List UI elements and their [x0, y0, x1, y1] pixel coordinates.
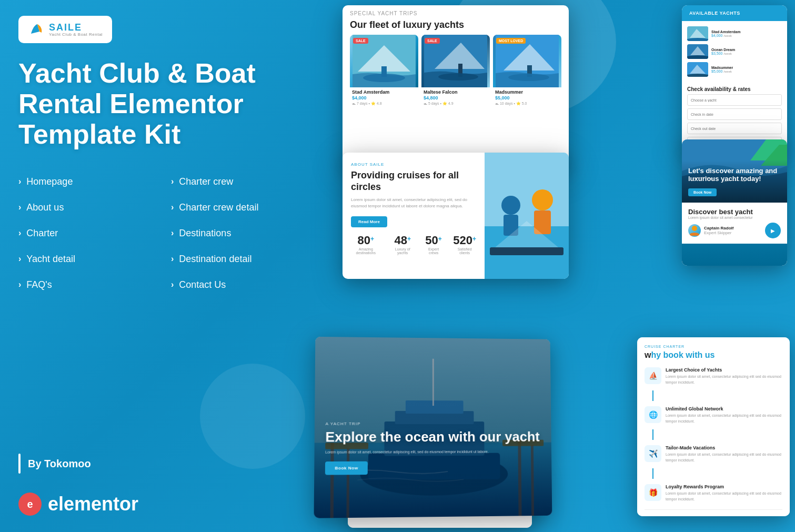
about-label: About Saile	[351, 162, 476, 167]
svg-rect-18	[490, 247, 563, 255]
why-item-1: ⛵ Largest Choice of Yachts Lorem ipsum d…	[645, 367, 782, 385]
fleet-header-label: Special Yacht Trips	[343, 5, 569, 19]
chevron-icon: ›	[171, 228, 174, 238]
elementor-badge: e elementor	[18, 493, 324, 516]
discover-overlay: Let's discover amazing and luxurious yac…	[682, 160, 787, 203]
nav-item-destination-detail[interactable]: › Destination detail	[171, 246, 324, 272]
hero-inner: SAILE Home About Destinations ▾ Yacht ▾ …	[314, 337, 552, 518]
yacht-choice-icon: ⛵	[645, 367, 661, 384]
why-items-list: ⛵ Largest Choice of Yachts Lorem ipsum d…	[645, 367, 782, 502]
yacht-meta-3: 🛥 10 days • ⭐ 5.0	[493, 101, 561, 109]
discover-person: Captain RadolfExpert Skipper ▶	[688, 223, 781, 238]
why-item-3: ✈️ Tailor-Made Vacations Lorem ipsum dol…	[645, 445, 782, 463]
nav-item-charter-crew-detail[interactable]: › Charter crew detail	[171, 195, 324, 220]
logo-box[interactable]: SAILE Yacht Club & Boat Rental	[18, 16, 112, 43]
about-read-more-button[interactable]: Read More	[351, 216, 387, 227]
svg-point-20	[692, 226, 697, 231]
discover-book-button[interactable]: Book Now	[688, 188, 717, 196]
why-item-title-2: Unlimited Global Network	[666, 406, 782, 411]
logo-subtitle: Yacht Club & Boat Rental	[49, 32, 103, 37]
nav-label-destination-detail: Destination detail	[179, 254, 251, 265]
discover-bottom-sub: Lorem ipsum dolor sit amet consectetur	[688, 216, 781, 219]
testimonial-section: Testimonial about Radolf Excepteur sint …	[645, 509, 782, 516]
by-bar-decoration	[18, 454, 21, 474]
yacht-price-2: $4,800	[421, 95, 490, 101]
elementor-text: elementor	[48, 493, 138, 515]
sale-badge-1: SALE	[353, 38, 368, 44]
nav-label-contact-us: Contact Us	[179, 279, 226, 290]
nav-item-destinations[interactable]: › Destinations	[171, 220, 324, 246]
nav-label-homepage: Homepage	[26, 176, 73, 187]
stat-crews: 50+ Expert crews	[425, 234, 442, 255]
discover-bottom-title: Discover best yacht	[688, 208, 781, 216]
chevron-icon: ›	[18, 203, 21, 212]
nav-grid: › Homepage › About us › Charter › Yacht …	[18, 169, 324, 298]
why-item-content-3: Tailor-Made Vacations Lorem ipsum dolor …	[666, 445, 782, 463]
left-panel: SAILE Yacht Club & Boat Rental Yacht Clu…	[18, 16, 324, 516]
yacht-price-1: $4,000	[350, 95, 418, 101]
chevron-icon: ›	[171, 177, 174, 186]
nav-item-yacht-detail[interactable]: › Yacht detail	[18, 246, 171, 272]
avail-input-checkout[interactable]	[687, 123, 782, 134]
person-info: Captain RadolfExpert Skipper	[704, 226, 733, 235]
chevron-icon: ›	[18, 228, 21, 238]
fleet-yachts-row: SALE Stad Amsterdam $4,000 🛥 7 days • ⭐ …	[343, 35, 569, 114]
nav-item-contact-us[interactable]: › Contact Us	[171, 272, 324, 298]
screenshot-fleet: Special Yacht Trips Our fleet of luxury …	[343, 5, 569, 168]
discover-top-image: Let's discover amazing and luxurious yac…	[682, 139, 787, 203]
chevron-icon: ›	[18, 280, 21, 289]
nav-item-faqs[interactable]: › FAQ's	[18, 272, 171, 298]
fleet-title: Our fleet of luxury yachts	[343, 19, 569, 35]
avail-input-checkin[interactable]	[687, 108, 782, 120]
vacations-icon: ✈️	[645, 445, 661, 462]
avail-section-title: Check availability & rates	[682, 82, 787, 94]
avail-input-yacht[interactable]	[687, 94, 782, 106]
avail-yacht-info-1: Stad Amsterdam $4,000 /week	[711, 30, 782, 37]
why-item-content-1: Largest Choice of Yachts Lorem ipsum dol…	[666, 367, 782, 385]
why-item-2: 🌐 Unlimited Global Network Lorem ipsum d…	[645, 406, 782, 424]
yacht-meta-2: 🛥 5 days • ⭐ 4.9	[421, 101, 490, 109]
nav-item-charter-crew[interactable]: › Charter crew	[171, 169, 324, 195]
play-button[interactable]: ▶	[765, 223, 781, 238]
nav-item-charter[interactable]: › Charter	[18, 220, 171, 246]
why-item-title-4: Loyalty Rewards Program	[666, 484, 782, 489]
why-title: why book with us	[645, 350, 782, 360]
discover-tagline: Let's discover amazing and luxurious yac…	[688, 167, 781, 183]
about-text-side: About Saile Providing cruises for all ci…	[343, 153, 485, 279]
yacht-price-3: $5,000	[493, 95, 561, 101]
why-item-desc-2: Lorem ipsum dolor sit amet, consectetur …	[666, 413, 782, 424]
why-item-desc-4: Lorem ipsum dolor sit amet, consectetur …	[666, 491, 782, 502]
hero-book-button[interactable]: Book Now	[325, 461, 368, 475]
nav-item-homepage[interactable]: › Homepage	[18, 169, 171, 195]
nav-col-left: › Homepage › About us › Charter › Yacht …	[18, 169, 171, 298]
sale-badge-2: SALE	[425, 38, 440, 44]
by-author-text: By Tokomoo	[28, 458, 91, 470]
stat-clients: 520+ Satisfied clients	[453, 234, 476, 255]
hero-subtitle: A Yacht Trip	[326, 421, 541, 426]
avail-yacht-item-1: Stad Amsterdam $4,000 /week	[687, 26, 782, 41]
nav-label-yacht-detail: Yacht detail	[26, 254, 75, 265]
avail-yacht-item-3: Madsummer $5,000 /week	[687, 62, 782, 77]
avail-yacht-item-2: Ocean Dream $3,500 /week	[687, 44, 782, 59]
nav-label-charter-crew: Charter crew	[179, 176, 233, 187]
about-description: Lorem ipsum dolor sit amet, consectetur …	[351, 197, 476, 209]
yacht-image-2: SALE	[421, 35, 490, 87]
avail-yacht-info-3: Madsummer $5,000 /week	[711, 66, 782, 73]
why-item-4: 🎁 Loyalty Rewards Program Lorem ipsum do…	[645, 484, 782, 502]
yacht-image-1: SALE	[350, 35, 418, 87]
nav-item-about-us[interactable]: › About us	[18, 195, 171, 220]
nav-col-right: › Charter crew › Charter crew detail › D…	[171, 169, 324, 298]
screenshots-area: Special Yacht Trips Our fleet of luxury …	[321, 0, 795, 532]
about-title: Providing cruises for all circles	[351, 170, 476, 193]
avail-header-title: Available yachts	[689, 11, 780, 16]
chevron-icon: ›	[18, 254, 21, 264]
why-connector-3	[652, 468, 653, 479]
about-image-side	[485, 153, 569, 279]
yacht-card-1: SALE Stad Amsterdam $4,000 🛥 7 days • ⭐ …	[350, 35, 418, 109]
yacht-card-2: SALE Maltese Falcon $4,800 🛥 5 days • ⭐ …	[421, 35, 490, 109]
why-item-content-4: Loyalty Rewards Program Lorem ipsum dolo…	[666, 484, 782, 502]
main-title: Yacht Club & Boat Rental Elementor Templ…	[18, 58, 324, 150]
screenshot-about: About Saile Providing cruises for all ci…	[343, 153, 569, 279]
why-item-desc-1: Lorem ipsum dolor sit amet, consectetur …	[666, 374, 782, 385]
stat-yachts: 48+ Luxury of yachts	[391, 234, 414, 255]
